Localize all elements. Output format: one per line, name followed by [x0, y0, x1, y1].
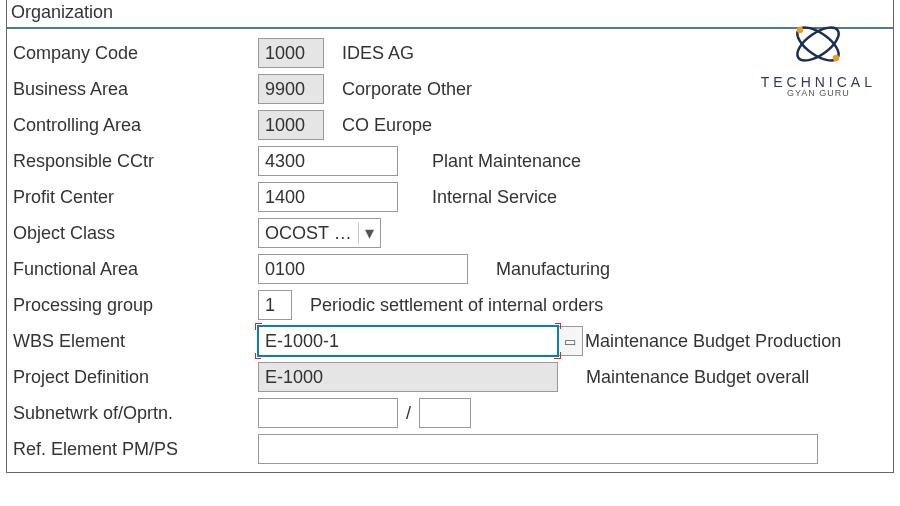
label-company-code: Company Code [13, 43, 258, 64]
label-ref-element: Ref. Element PM/PS [13, 439, 258, 460]
label-processing-group: Processing group [13, 295, 258, 316]
label-business-area: Business Area [13, 79, 258, 100]
desc-profit-center: Internal Service [432, 187, 557, 208]
label-object-class: Object Class [13, 223, 258, 244]
field-subnetwork-2[interactable] [419, 398, 471, 428]
label-functional-area: Functional Area [13, 259, 258, 280]
section-title: Organization [7, 0, 893, 27]
row-business-area: Business Area 9900 Corporate Other [7, 71, 893, 107]
field-project-definition[interactable]: E-1000 [258, 362, 558, 392]
field-responsible-cctr[interactable]: 4300 [258, 146, 398, 176]
desc-business-area: Corporate Other [342, 79, 472, 100]
field-ref-element[interactable] [258, 434, 818, 464]
row-responsible-cctr: Responsible CCtr 4300 Plant Maintenance [7, 143, 893, 179]
desc-project-definition: Maintenance Budget overall [586, 367, 809, 388]
row-project-definition: Project Definition E-1000 Maintenance Bu… [7, 359, 893, 395]
field-processing-group[interactable]: 1 [258, 290, 292, 320]
desc-controlling-area: CO Europe [342, 115, 432, 136]
row-wbs-element: WBS Element E-1000-1 ▭ Maintenance Budge… [7, 323, 893, 359]
desc-processing-group: Periodic settlement of internal orders [310, 295, 603, 316]
field-functional-area[interactable]: 0100 [258, 254, 468, 284]
field-controlling-area[interactable]: 1000 [258, 110, 324, 140]
row-company-code: Company Code 1000 IDES AG [7, 35, 893, 71]
label-controlling-area: Controlling Area [13, 115, 258, 136]
row-object-class: Object Class OCOST … ▾ [7, 215, 893, 251]
separator-slash: / [406, 403, 411, 424]
desc-wbs-element: Maintenance Budget Production [585, 331, 841, 352]
desc-company-code: IDES AG [342, 43, 414, 64]
label-profit-center: Profit Center [13, 187, 258, 208]
label-subnetwork: Subnetwrk of/Oprtn. [13, 403, 258, 424]
label-project-definition: Project Definition [13, 367, 258, 388]
label-responsible-cctr: Responsible CCtr [13, 151, 258, 172]
field-subnetwork-1[interactable] [258, 398, 398, 428]
section-divider [7, 27, 893, 29]
row-controlling-area: Controlling Area 1000 CO Europe [7, 107, 893, 143]
row-processing-group: Processing group 1 Periodic settlement o… [7, 287, 893, 323]
row-ref-element: Ref. Element PM/PS [7, 431, 893, 472]
field-profit-center[interactable]: 1400 [258, 182, 398, 212]
desc-functional-area: Manufacturing [496, 259, 610, 280]
field-business-area[interactable]: 9900 [258, 74, 324, 104]
row-functional-area: Functional Area 0100 Manufacturing [7, 251, 893, 287]
field-wbs-element[interactable]: E-1000-1 [258, 326, 558, 356]
search-help-icon: ▭ [564, 334, 576, 349]
chevron-down-icon: ▾ [358, 222, 380, 244]
organization-panel: Organization Company Code 1000 IDES AG B… [6, 0, 894, 473]
row-profit-center: Profit Center 1400 Internal Service [7, 179, 893, 215]
field-company-code[interactable]: 1000 [258, 38, 324, 68]
label-wbs-element: WBS Element [13, 331, 258, 352]
select-object-class-value: OCOST … [259, 223, 358, 244]
select-object-class[interactable]: OCOST … ▾ [258, 218, 381, 248]
desc-responsible-cctr: Plant Maintenance [432, 151, 581, 172]
row-subnetwork: Subnetwrk of/Oprtn. / [7, 395, 893, 431]
